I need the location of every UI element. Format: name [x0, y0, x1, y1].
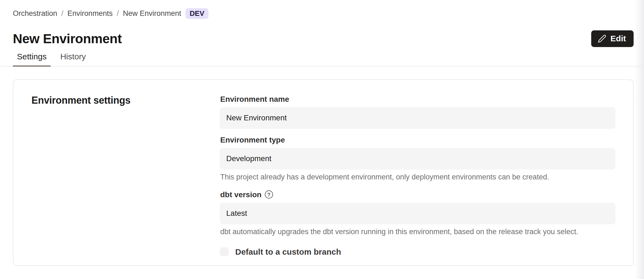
- tab-bar: Settings History: [0, 52, 644, 66]
- dev-badge: DEV: [185, 8, 208, 19]
- custom-branch-checkbox[interactable]: [220, 247, 229, 256]
- card-heading-column: Environment settings: [31, 95, 220, 265]
- environment-type-label: Environment type: [220, 135, 616, 144]
- breadcrumb-separator: /: [61, 9, 63, 18]
- card-form-column: Environment name Environment type This p…: [220, 95, 616, 265]
- help-icon[interactable]: ?: [265, 190, 273, 199]
- breadcrumb: Orchestration / Environments / New Envir…: [13, 8, 644, 19]
- dbt-version-label-text: dbt version: [220, 190, 262, 199]
- dbt-version-label: dbt version ?: [220, 190, 616, 199]
- page-title: New Environment: [13, 31, 122, 46]
- environment-type-helper-text: This project already has a development e…: [220, 173, 616, 181]
- dbt-version-helper-text: dbt automatically upgrades the dbt versi…: [220, 227, 616, 236]
- card-heading: Environment settings: [31, 95, 220, 106]
- environment-type-input[interactable]: [220, 148, 616, 170]
- dbt-version-input[interactable]: [220, 203, 616, 224]
- edit-button-label: Edit: [610, 34, 626, 43]
- pencil-icon: [598, 34, 606, 43]
- breadcrumb-separator: /: [117, 9, 119, 18]
- environment-settings-card: Environment settings Environment name En…: [13, 79, 634, 266]
- custom-branch-label: Default to a custom branch: [235, 247, 341, 257]
- breadcrumb-environments[interactable]: Environments: [68, 9, 113, 18]
- environment-name-input[interactable]: [220, 107, 616, 129]
- custom-branch-row: Default to a custom branch: [220, 247, 616, 257]
- tab-settings[interactable]: Settings: [13, 52, 51, 67]
- page-header: New Environment Edit: [13, 30, 644, 47]
- tab-history[interactable]: History: [56, 52, 90, 67]
- edit-button[interactable]: Edit: [591, 30, 634, 47]
- breadcrumb-orchestration[interactable]: Orchestration: [13, 9, 57, 18]
- breadcrumb-new-environment: New Environment: [123, 9, 181, 18]
- environment-name-label: Environment name: [220, 95, 616, 104]
- environment-settings-page: Orchestration / Environments / New Envir…: [0, 8, 644, 266]
